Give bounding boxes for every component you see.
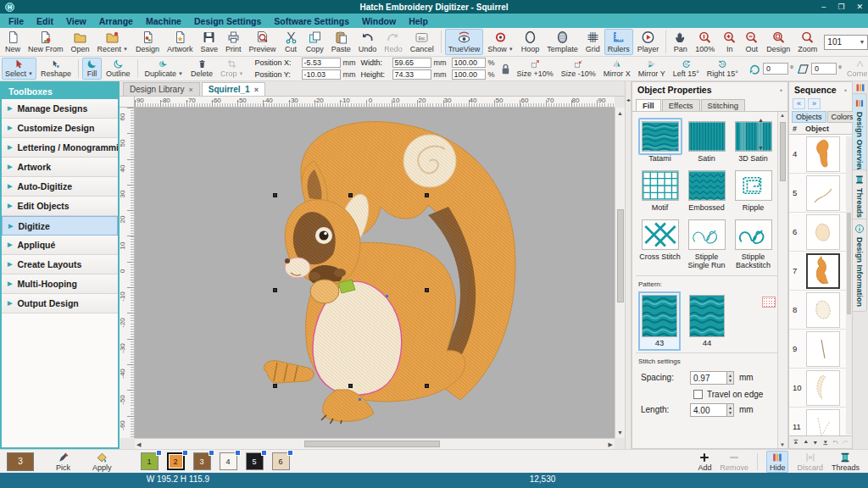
selection-handle[interactable] [425,384,429,388]
canvas-horizontal-scrollbar[interactable]: ◀ ▶ [135,438,615,449]
toolbar-button[interactable]: TrueView [445,29,484,55]
squirrel-design[interactable] [259,117,521,424]
minimize-button[interactable]: – [821,3,826,11]
sequence-scrollbar[interactable] [846,136,852,435]
sequence-sort-button[interactable] [832,438,839,446]
selection-handle[interactable] [425,193,429,197]
menu-item[interactable]: Software Settings [274,16,349,26]
toolbar-button[interactable]: Select▼ [2,58,36,80]
action-button[interactable]: Add [698,452,711,472]
toolbar-button[interactable]: Copy [303,29,327,55]
selection-handle[interactable] [348,193,353,197]
sequence-thumbnail[interactable] [806,409,840,436]
length-stepper[interactable]: ▲▼ [727,403,734,417]
thread-color-chip[interactable]: 3 [193,452,211,470]
toolbar-button[interactable]: Template [543,29,581,55]
stitch-type-option[interactable]: Motif [637,165,683,214]
sequence-thumbnail[interactable] [806,175,840,211]
toolbar-button[interactable]: Paste [328,29,354,55]
thread-color-chip[interactable]: 4 [220,452,237,470]
object-properties-tab[interactable]: Effects [662,99,700,111]
height-input[interactable]: 74.33 [392,69,431,80]
toolbar-button[interactable]: Hoop [518,29,543,55]
scale-x-input[interactable]: 100.00 [452,58,486,68]
scroll-left-icon[interactable]: ◀ [136,440,141,449]
toolbar-button[interactable]: Preview [246,29,280,55]
stitch-type-option[interactable]: Ripple [730,165,776,214]
position-y-input[interactable]: -10.03 [302,69,341,80]
toolbar-button[interactable]: New [2,29,24,55]
maximize-button[interactable]: ❐ [837,3,844,11]
sequence-sort-button[interactable] [842,438,849,446]
toolbox-item[interactable]: ▶ Appliqué [2,236,118,255]
selection-handle[interactable] [425,288,429,292]
spacing-input[interactable]: 0.97 [690,371,727,385]
toolbar-button[interactable]: Mirror Y [635,58,669,80]
object-properties-scrollbar[interactable]: ▲ ▼ [777,112,787,448]
sequence-thumbnail[interactable] [806,136,840,172]
sequence-row[interactable]: 5 [789,174,852,213]
side-tab[interactable]: Threads [853,169,867,223]
scale-y-input[interactable]: 100.00 [452,69,486,80]
toolbar-button[interactable]: Grid [582,29,604,55]
toolbar-button[interactable]: Right 15° [704,58,742,80]
toolbar-button[interactable]: 100% [692,29,718,55]
thread-color-chip[interactable]: 5 [246,452,264,470]
panel-menu-icon[interactable]: ▪ [844,86,847,94]
toolbar-button[interactable]: Show▼ [484,29,516,55]
sequence-row[interactable]: 7 [789,252,852,291]
sequence-thumbnail[interactable] [806,253,840,289]
pattern-spinner[interactable]: ▲▼ [758,117,764,151]
toolbox-item[interactable]: ▶ Manage Designs [2,99,118,119]
close-button[interactable]: ✕ [856,3,863,11]
menu-item[interactable]: View [66,16,86,26]
action-button[interactable]: Discard [797,452,823,472]
sequence-row[interactable]: 10 [789,369,852,408]
scroll-down-icon[interactable]: ▼ [615,428,625,437]
toolbar-button[interactable]: Player [634,29,663,55]
sequence-next-button[interactable]: » [808,98,821,109]
menu-item[interactable]: Machine [146,16,181,26]
toolbar-button[interactable]: Undo [355,29,381,55]
document-tab[interactable]: Design Library × [123,82,200,96]
thread-color-chip[interactable]: 1 [141,452,159,470]
selection-handle[interactable] [273,288,277,292]
toolbar-button[interactable]: Left 15° [670,58,703,80]
close-tab-icon[interactable]: × [188,86,192,94]
skew-input[interactable]: 0 [811,63,837,75]
design-overview-icon[interactable] [854,82,866,93]
toolbar-button[interactable]: Artwork [164,29,197,55]
sequence-row[interactable]: 9 [789,330,852,369]
sequence-row[interactable]: 4 [789,135,852,174]
object-properties-tab[interactable]: Fill [636,99,661,111]
zoom-level-select[interactable]: 101▼ % [824,29,868,55]
scroll-down-icon[interactable]: ▼ [778,442,787,447]
menu-item[interactable]: Window [362,16,396,26]
selection-handle[interactable] [348,384,353,388]
sequence-thumbnail[interactable] [806,331,840,367]
sequence-thumbnail[interactable] [806,370,840,406]
toolbar-button[interactable]: Corners [843,58,868,80]
toolbar-button[interactable]: Mirror X [600,58,634,80]
selection-handle[interactable] [273,193,277,197]
stitch-type-option[interactable]: Embossed [683,165,730,214]
stitch-type-option[interactable]: Stipple Backstitch [730,214,776,272]
toolbar-button[interactable]: Print [222,29,245,55]
sequence-sort-button[interactable] [793,438,799,446]
toolbar-button[interactable]: Size +10% [514,58,557,80]
pattern-option[interactable]: 44 [686,291,728,351]
side-tab[interactable]: Design Information [853,219,867,312]
toolbar-button[interactable]: Design [763,29,793,55]
toolbox-item[interactable]: ▶ Customize Design [2,119,118,138]
scrollbar-thumb[interactable] [847,213,851,314]
toolbar-button[interactable]: Fill [82,58,102,80]
toolbar-button[interactable]: Outline [103,58,134,80]
close-tab-icon[interactable]: × [254,86,259,94]
selection-handle[interactable] [273,384,277,388]
scrollbar-thumb[interactable] [304,441,440,447]
sequence-sort-button[interactable] [822,438,829,446]
action-button[interactable]: Hide [766,451,789,473]
toolbox-item[interactable]: ▶ Output Design [2,294,118,313]
toolbar-button[interactable]: Size -10% [558,58,599,80]
length-input[interactable]: 4.00 [690,403,727,417]
